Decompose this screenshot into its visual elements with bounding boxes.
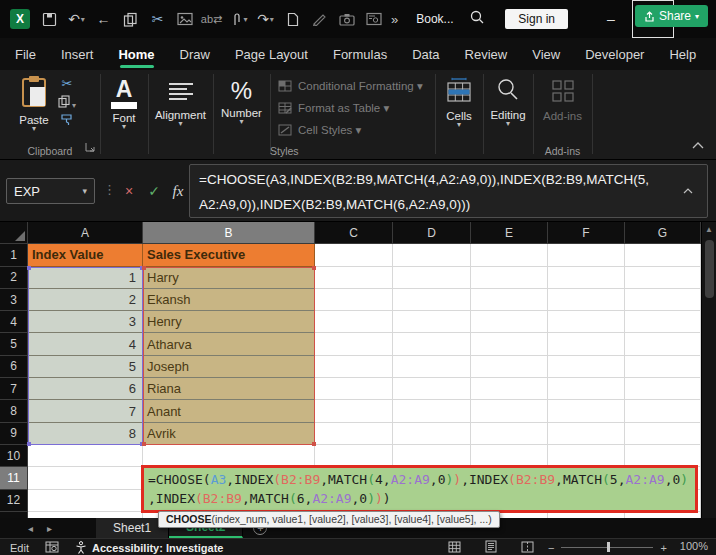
cell-G1[interactable]	[625, 244, 701, 266]
cell-D7[interactable]	[393, 378, 471, 400]
zoom-level[interactable]: 100%	[680, 540, 708, 552]
page-layout-view-icon[interactable]	[485, 540, 497, 555]
undo-button[interactable]: ↶▾	[63, 6, 90, 32]
col-header-C[interactable]: C	[315, 222, 393, 244]
cell-D6[interactable]	[393, 356, 471, 378]
qat-overflow-chevron[interactable]: »	[391, 12, 398, 27]
minimize-button[interactable]: –	[590, 0, 632, 38]
cell-A4[interactable]: 3	[28, 311, 143, 333]
cell-E1[interactable]	[471, 244, 548, 266]
cell-D4[interactable]	[393, 311, 471, 333]
sheet-nav-left-icon[interactable]: ◂	[28, 523, 33, 534]
font-group[interactable]: A Font ▾	[100, 70, 148, 160]
cell-A7[interactable]: 6	[28, 378, 143, 400]
cell-C10[interactable]	[315, 445, 393, 467]
cell-B3[interactable]: Ekansh	[143, 289, 315, 311]
macro-record-icon[interactable]	[45, 541, 59, 555]
cell-G8[interactable]	[625, 400, 701, 422]
cell-E10[interactable]	[471, 445, 548, 467]
cell-C4[interactable]	[315, 311, 393, 333]
col-header-A[interactable]: A	[28, 222, 143, 244]
scroll-up-icon[interactable]: ▲	[702, 225, 716, 234]
tab-home[interactable]: Home	[117, 40, 155, 69]
search-icon[interactable]	[469, 9, 485, 29]
cell-E9[interactable]	[471, 423, 548, 445]
cell-B10[interactable]	[143, 445, 315, 467]
cell-F1[interactable]	[548, 244, 625, 266]
accessibility-status[interactable]: Accessibility: Investigate	[75, 541, 223, 554]
cell-G2[interactable]	[625, 267, 701, 289]
new-file-button[interactable]	[279, 6, 306, 32]
clipboard-dialog-launcher[interactable]	[85, 138, 95, 156]
save-button[interactable]	[36, 6, 63, 32]
cell-A11[interactable]	[28, 467, 143, 489]
cell-F4[interactable]	[548, 311, 625, 333]
tab-review[interactable]: Review	[464, 40, 509, 69]
tab-view[interactable]: View	[531, 40, 561, 69]
cell-F8[interactable]	[548, 400, 625, 422]
row-header-3[interactable]: 3	[0, 289, 28, 311]
col-header-E[interactable]: E	[471, 222, 548, 244]
row-header-9[interactable]: 9	[0, 423, 28, 445]
cell-F3[interactable]	[548, 289, 625, 311]
row-header-5[interactable]: 5	[0, 333, 28, 355]
number-group[interactable]: % Number ▾	[213, 70, 270, 160]
cell-C5[interactable]	[315, 333, 393, 355]
cell-A1[interactable]: Index Value	[28, 244, 143, 266]
cell-D8[interactable]	[393, 400, 471, 422]
editing-group[interactable]: Editing ▾	[483, 70, 533, 160]
formula-cell-overlay[interactable]: =CHOOSE(A3,INDEX(B2:B9,MATCH(4,A2:A9,0))…	[141, 465, 698, 513]
paste-dropdown-caret[interactable]: ▾	[14, 126, 54, 132]
alignment-dropdown-caret[interactable]: ▾	[148, 121, 213, 127]
cut-small-button[interactable]: ✂	[58, 76, 76, 94]
cell-A6[interactable]: 5	[28, 356, 143, 378]
cell-C1[interactable]	[315, 244, 393, 266]
back-button[interactable]: ←	[90, 6, 117, 32]
cell-B8[interactable]: Anant	[143, 400, 315, 422]
cell-C3[interactable]	[315, 289, 393, 311]
row-header-2[interactable]: 2	[0, 267, 28, 289]
cell-C8[interactable]	[315, 400, 393, 422]
alignment-group[interactable]: Alignment ▾	[148, 70, 213, 160]
cell-D2[interactable]	[393, 267, 471, 289]
formula-input[interactable]: =CHOOSE(A3,INDEX(B2:B9,MATCH(4,A2:A9,0))…	[189, 164, 708, 218]
format-as-table-button[interactable]: Format as Table ▾	[270, 97, 435, 119]
cut-button[interactable]: ✂	[144, 6, 171, 32]
cell-D10[interactable]	[393, 445, 471, 467]
col-header-F[interactable]: F	[548, 222, 625, 244]
cell-G6[interactable]	[625, 356, 701, 378]
camera-button[interactable]	[333, 6, 360, 32]
cell-G5[interactable]	[625, 333, 701, 355]
cell-F9[interactable]	[548, 423, 625, 445]
copy-small-button[interactable]: ▾	[58, 94, 76, 112]
col-header-D[interactable]: D	[393, 222, 471, 244]
cell-B5[interactable]: Atharva	[143, 333, 315, 355]
find-replace-button[interactable]: ab⇄	[198, 6, 225, 32]
cell-A10[interactable]	[28, 445, 143, 467]
font-dropdown-caret[interactable]: ▾	[100, 124, 148, 130]
row-header-12[interactable]: 12	[0, 490, 28, 512]
cell-G4[interactable]	[625, 311, 701, 333]
zoom-out-button[interactable]: −	[548, 542, 554, 554]
normal-view-icon[interactable]	[448, 541, 461, 555]
cell-A3[interactable]: 2	[28, 289, 143, 311]
cell-G7[interactable]	[625, 378, 701, 400]
zoom-slider-thumb[interactable]	[607, 542, 610, 552]
cell-B1[interactable]: Sales Executive	[143, 244, 315, 266]
cell-B2[interactable]: Harry	[143, 267, 315, 289]
cell-C9[interactable]	[315, 423, 393, 445]
cell-C2[interactable]	[315, 267, 393, 289]
share-button[interactable]: Share▾	[635, 5, 708, 27]
col-header-B[interactable]: B	[143, 222, 315, 244]
cell-A8[interactable]: 7	[28, 400, 143, 422]
cells-dropdown-caret[interactable]: ▾	[435, 122, 483, 128]
collapse-ribbon-chevron[interactable]	[692, 135, 704, 153]
cancel-button[interactable]: ×	[118, 180, 140, 202]
cell-B9[interactable]: Avrik	[143, 423, 315, 445]
cell-styles-button[interactable]: Cell Styles ▾	[270, 119, 435, 141]
scrollbar-thumb[interactable]	[705, 240, 714, 298]
tab-file[interactable]: File	[14, 40, 37, 69]
row-header-4[interactable]: 4	[0, 311, 28, 333]
sign-in-button[interactable]: Sign in	[505, 9, 568, 29]
row-header-8[interactable]: 8	[0, 400, 28, 422]
